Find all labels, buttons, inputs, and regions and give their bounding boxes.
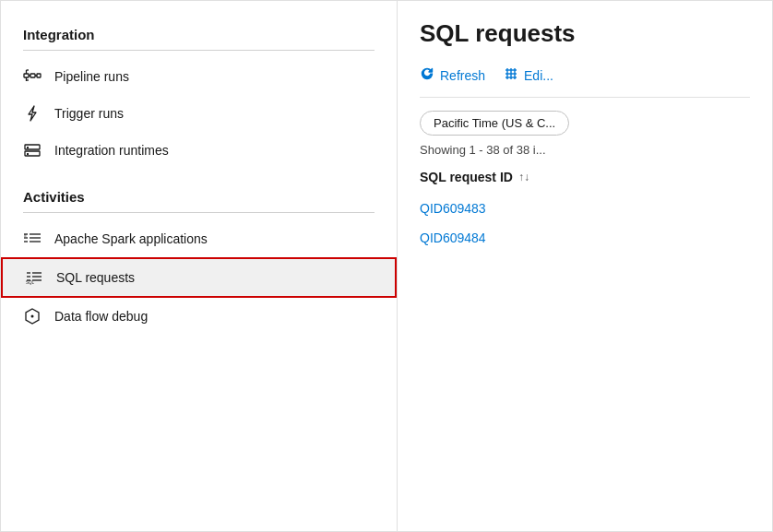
page-title: SQL requests (420, 19, 750, 48)
svg-rect-2 (37, 74, 41, 77)
activities-section-title: Activities (1, 182, 397, 210)
pipeline-runs-label: Pipeline runs (54, 69, 129, 84)
sidebar-item-sql-requests[interactable]: SQL SQL requests (1, 257, 397, 298)
svg-text:≡: ≡ (24, 232, 27, 238)
apache-spark-label: Apache Spark applications (54, 231, 208, 246)
edit-button[interactable]: Edi... (504, 63, 553, 88)
integration-section: Integration Pipeline runs (1, 19, 397, 169)
sql-requests-label: SQL requests (56, 270, 135, 285)
svg-marker-9 (29, 106, 36, 121)
sidebar: Integration Pipeline runs (1, 1, 398, 531)
svg-point-29 (31, 315, 34, 318)
sort-icon[interactable]: ↑↓ (518, 171, 529, 183)
trigger-icon (23, 104, 42, 123)
sql-request-link-0[interactable]: QID609483 (420, 201, 486, 216)
showing-text: Showing 1 - 38 of 38 i... (420, 143, 750, 157)
integration-section-title: Integration (1, 19, 397, 48)
sidebar-item-data-flow-debug[interactable]: Data flow debug (1, 298, 397, 335)
activities-section: Activities ≡ Apache Spark applications (1, 182, 397, 335)
integration-runtimes-label: Integration runtimes (54, 143, 169, 158)
activities-divider (23, 212, 375, 213)
main-content: SQL requests Refresh Edi (398, 1, 772, 531)
sidebar-item-trigger-runs[interactable]: Trigger runs (1, 95, 397, 132)
edit-label: Edi... (524, 68, 553, 83)
runtime-icon (23, 141, 42, 160)
svg-text:SQL: SQL (26, 280, 35, 285)
toolbar: Refresh Edi... (420, 63, 750, 98)
sidebar-item-apache-spark[interactable]: ≡ Apache Spark applications (1, 220, 397, 257)
data-flow-debug-label: Data flow debug (54, 309, 148, 324)
table-row: QID609484 (420, 223, 750, 253)
edit-icon (504, 66, 518, 84)
sql-icon: SQL (25, 268, 43, 287)
integration-divider (23, 50, 375, 51)
dataflow-icon (23, 307, 42, 325)
refresh-button[interactable]: Refresh (420, 63, 485, 88)
svg-rect-13 (27, 153, 29, 155)
pipeline-icon (23, 67, 42, 86)
refresh-icon (420, 66, 434, 84)
svg-rect-0 (24, 74, 29, 77)
refresh-label: Refresh (440, 68, 485, 83)
sidebar-item-integration-runtimes[interactable]: Integration runtimes (1, 132, 397, 169)
table-header: SQL request ID ↑↓ (420, 170, 750, 184)
spark-icon: ≡ (23, 230, 42, 248)
svg-rect-1 (30, 74, 35, 77)
trigger-runs-label: Trigger runs (54, 106, 124, 121)
svg-rect-12 (27, 147, 29, 148)
sidebar-item-pipeline-runs[interactable]: Pipeline runs (1, 58, 397, 95)
sql-request-link-1[interactable]: QID609484 (420, 231, 486, 245)
timezone-selector[interactable]: Pacific Time (US & C... (420, 111, 569, 136)
sql-request-id-column-label: SQL request ID (420, 170, 513, 184)
table-row: QID609483 (420, 194, 750, 223)
